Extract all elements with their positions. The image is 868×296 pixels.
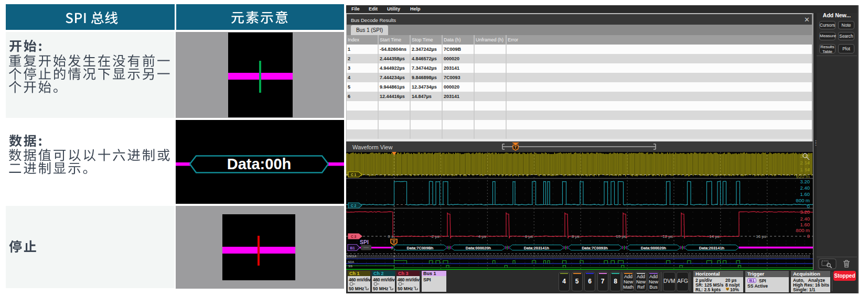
svg-text:1.60: 1.60 [800,222,810,227]
svg-text:10 µs: 10 µs [616,234,626,239]
svg-text:U: U [726,288,728,291]
svg-text:1.60: 1.60 [800,191,810,197]
svg-text:SS: SS [348,265,352,268]
svg-text:SPI: SPI [360,239,369,245]
svg-text:Data:000020h: Data:000020h [641,246,667,250]
svg-text:4 µs: 4 µs [478,234,486,239]
svg-text:Data:203141h: Data:203141h [699,246,725,250]
svg-text:3.20: 3.20 [800,209,810,215]
svg-text:C 2: C 2 [351,204,357,207]
svg-text:800 m: 800 m [796,198,810,203]
svg-text:16 µs: 16 µs [756,234,766,239]
svg-text:920 m: 920 m [796,173,810,179]
svg-text:1/SCLK: 1/SCLK [347,255,357,258]
svg-text:0 s: 0 s [388,234,393,239]
svg-text:2.40: 2.40 [800,185,810,191]
svg-text:C 3: C 3 [351,235,357,238]
svg-text:Data:000020h: Data:000020h [466,246,491,250]
svg-text:3.20: 3.20 [800,179,810,184]
svg-text:SDA: SDA [348,260,354,264]
svg-text:0: 0 [807,233,810,239]
svg-text:2 µs: 2 µs [432,234,440,239]
svg-text:T: T [392,239,395,245]
svg-text:800 m: 800 m [796,227,810,233]
svg-text:8 µs: 8 µs [572,234,580,239]
svg-text:2.64: 2.64 [800,160,810,166]
svg-text:C 1: C 1 [351,173,357,177]
svg-text:2.40: 2.40 [800,216,810,222]
svg-text:0: 0 [807,203,810,209]
svg-text:12 µs: 12 µs [662,234,673,239]
svg-text:T: T [515,145,517,150]
svg-text:B1: B1 [350,246,355,250]
svg-text:6 µs: 6 µs [525,234,533,239]
svg-text:1.84: 1.84 [800,167,810,172]
svg-text:Data:203141h: Data:203141h [524,246,550,250]
svg-text:14 µs: 14 µs [709,234,720,239]
svg-text:Data:7C009Bh: Data:7C009Bh [407,246,434,250]
svg-text:Data:7C0093h: Data:7C0093h [582,246,608,250]
